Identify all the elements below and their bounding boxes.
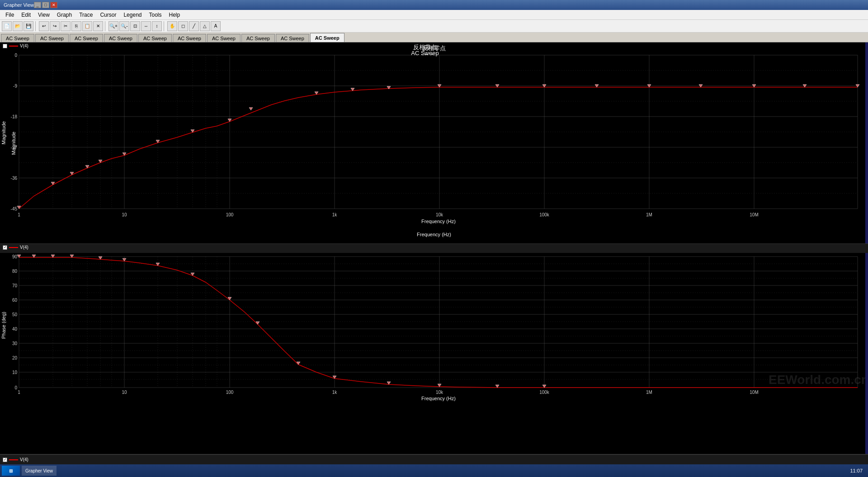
p-xlabel-100k: 100k [539, 390, 550, 395]
magnitude-graph-panel: ✓ V(4) 反相零点 AC Sweep Magnitude Frequency… [0, 42, 868, 244]
tab-0[interactable]: AC Sweep [1, 34, 34, 42]
plot-area-2 [19, 257, 858, 388]
ylabel-n18: -18 [11, 114, 18, 119]
close-button[interactable]: ✕ [50, 2, 57, 8]
xlabel-10: 10 [122, 212, 127, 217]
title-bar-title: Grapher View [4, 2, 34, 8]
tab-9[interactable]: AC Sweep [310, 33, 344, 42]
p-xlabel-1k: 1k [332, 390, 338, 395]
bottom-trace-indicator: ✓ V(4) [3, 457, 28, 462]
text-button[interactable]: A [211, 21, 221, 31]
tab-bar: AC Sweep AC Sweep AC Sweep AC Sweep AC S… [0, 33, 868, 42]
new-button[interactable]: 📄 [2, 21, 12, 31]
undo-button[interactable]: ↩ [39, 21, 49, 31]
trace-line-2 [9, 247, 18, 248]
menu-legend[interactable]: Legend [120, 11, 145, 19]
tab-1[interactable]: AC Sweep [35, 34, 69, 42]
line-button[interactable]: ╱ [189, 21, 199, 31]
zoom-in-button[interactable]: 🔍+ [108, 21, 118, 31]
maximize-button[interactable]: □ [42, 2, 49, 8]
xlabel-1: 1 [18, 212, 20, 217]
copy-button[interactable]: ⎘ [71, 21, 81, 31]
p-xlabel-10: 10 [122, 390, 127, 395]
p-xlabel-10k: 10k [436, 390, 443, 395]
zoom-x-button[interactable]: ↔ [141, 21, 151, 31]
graph2-ylabel: Phase (deg) [1, 312, 6, 339]
ylabel-n9: -9 [13, 84, 17, 89]
menu-help[interactable]: Help [165, 11, 184, 19]
marker-button[interactable]: △ [200, 21, 210, 31]
tab-3[interactable]: AC Sweep [104, 34, 137, 42]
graph2-xlabel: Frequency (Hz) [421, 396, 456, 401]
taskbar-app-grapher[interactable]: Grapher View [22, 466, 57, 476]
taskbar-apps: Grapher View [22, 466, 846, 476]
p-ylabel-30: 30 [12, 341, 18, 346]
p-ylabel-70: 70 [12, 283, 18, 288]
ylabel-n36: -36 [11, 176, 18, 181]
p-ylabel-80: 80 [12, 269, 18, 274]
zoom-out-button[interactable]: 🔍- [119, 21, 129, 31]
tab-7[interactable]: AC Sweep [241, 34, 275, 42]
graph2-trace-indicator: ✓ V(4) [3, 245, 28, 250]
xlabel-100: 100 [226, 212, 234, 217]
menu-graph[interactable]: Graph [53, 11, 75, 19]
zoom-y-button[interactable]: ↕ [152, 21, 162, 31]
toolbar-sep-3 [164, 21, 165, 31]
open-button[interactable]: 📂 [13, 21, 23, 31]
xlabel-100k: 100k [539, 212, 550, 217]
tab-8[interactable]: AC Sweep [276, 34, 309, 42]
toolbar: 📄 📂 💾 ↩ ↪ ✂ ⎘ 📋 ✕ 🔍+ 🔍- ⊡ ↔ ↕ ✋ ◻ ╱ △ A [0, 20, 868, 33]
ylabel-n27: -27 [11, 145, 18, 150]
redo-button[interactable]: ↪ [50, 21, 60, 31]
menu-view[interactable]: View [34, 11, 53, 19]
ylabel-n45: -45 [11, 206, 18, 211]
start-button[interactable]: ⊞ [2, 466, 20, 476]
tab-5[interactable]: AC Sweep [173, 34, 206, 42]
menu-file[interactable]: File [2, 11, 18, 19]
main-content: ✓ V(4) 反相零点 AC Sweep Magnitude Frequency… [0, 42, 868, 454]
menu-cursor[interactable]: Cursor [96, 11, 120, 19]
tab-4[interactable]: AC Sweep [138, 34, 172, 42]
p-xlabel-1m: 1M [646, 390, 652, 395]
bottom-trace-area: ✓ V(4) [0, 454, 868, 464]
p-ylabel-40: 40 [12, 327, 18, 332]
bottom-trace-line [9, 459, 18, 460]
title-bar-controls: _ □ ✕ [34, 2, 57, 8]
bottom-trace-label: V(4) [20, 457, 28, 462]
p-ylabel-20: 20 [12, 355, 18, 360]
graph1-title-en: AC Sweep [411, 50, 439, 56]
menu-tools[interactable]: Tools [145, 11, 165, 19]
save-button[interactable]: 💾 [24, 21, 33, 31]
right-scrollbar-1[interactable] [865, 42, 868, 243]
phase-graph-svg: 90 80 70 60 50 40 30 20 10 0 1 10 100 1k… [0, 253, 868, 454]
phase-graph-panel: 90 80 70 60 50 40 30 20 10 0 1 10 100 1k… [0, 253, 868, 454]
xlabel-10m: 10M [750, 212, 758, 217]
xlabel-10k: 10k [436, 212, 443, 217]
p-ylabel-90: 90 [12, 254, 18, 259]
p-ylabel-60: 60 [12, 298, 18, 303]
graph1-xlabel: Frequency (Hz) [421, 219, 456, 224]
cut-button[interactable]: ✂ [61, 21, 71, 31]
menu-trace[interactable]: Trace [75, 11, 96, 19]
bottom-trace-check[interactable]: ✓ [3, 458, 7, 462]
graph2-trace-label: V(4) [20, 245, 28, 250]
taskbar-time: 11:07 [846, 468, 866, 473]
delete-button[interactable]: ✕ [93, 21, 103, 31]
tab-2[interactable]: AC Sweep [70, 34, 103, 42]
xlabel-1k: 1k [332, 212, 338, 217]
right-scrollbar-2[interactable] [865, 253, 868, 454]
p-xlabel-100: 100 [226, 390, 234, 395]
tab-6[interactable]: AC Sweep [207, 34, 241, 42]
trace-check-2[interactable]: ✓ [3, 245, 7, 250]
p-xlabel-10m: 10M [750, 390, 758, 395]
taskbar: ⊞ Grapher View 11:07 [0, 464, 868, 477]
menu-edit[interactable]: Edit [18, 11, 34, 19]
p-ylabel-0: 0 [14, 385, 17, 390]
paste-button[interactable]: 📋 [82, 21, 92, 31]
minimize-button[interactable]: _ [34, 2, 41, 8]
pan-button[interactable]: ✋ [167, 21, 177, 31]
zoom-fit-button[interactable]: ⊡ [130, 21, 140, 31]
watermark: EEWorld.com.cn [769, 373, 868, 387]
select-button[interactable]: ◻ [178, 21, 188, 31]
toolbar-sep-2 [105, 21, 107, 31]
